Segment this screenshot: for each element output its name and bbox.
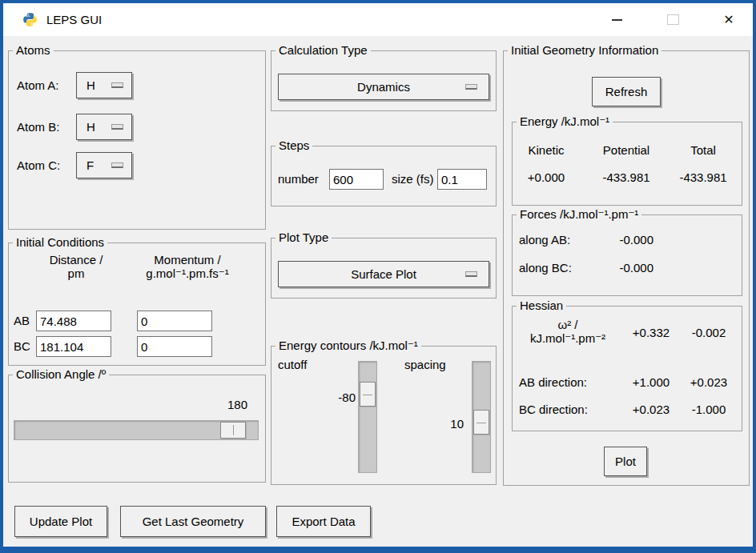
minimize-icon [612, 19, 622, 21]
cutoff-label: cutoff [278, 358, 307, 371]
geometry-info-group-title: Initial Geometry Information [508, 43, 662, 57]
calculation-type-group: Calculation Type Dynamics [271, 50, 497, 111]
initial-conditions-group: Initial Conditions Distance / pm Momentu… [8, 242, 266, 366]
maximize-icon [667, 14, 679, 25]
atom-a-label: Atom A: [17, 72, 59, 98]
cutoff-slider-handle[interactable] [360, 382, 376, 407]
energy-subgroup: Energy /kJ.mol⁻¹ Kinetic Potential Total… [512, 122, 742, 206]
spacing-slider[interactable] [472, 361, 491, 473]
energy-contours-group: Energy contours /kJ.mol⁻¹ cutoff -80 spa… [271, 346, 497, 485]
hessian-bc-label: BC direction: [519, 403, 588, 416]
collision-angle-group-title: Collision Angle /º [13, 367, 109, 381]
energy-header-potential: Potential [586, 143, 666, 157]
forces-subgroup-title: Forces /kJ.mol⁻¹.pm⁻¹ [517, 207, 641, 222]
energy-contours-group-title: Energy contours /kJ.mol⁻¹ [275, 339, 421, 353]
get-last-geometry-button[interactable]: Get Last Geometry [120, 506, 266, 537]
maximize-button[interactable] [655, 3, 690, 36]
refresh-button[interactable]: Refresh [592, 77, 661, 106]
momentum-header: Momentum / g.mol⁻¹.pm.fs⁻¹ [123, 253, 252, 281]
export-data-button[interactable]: Export Data [276, 506, 371, 537]
main-content: Atoms Atom A: H Atom B: H Atom C: F Init… [3, 36, 753, 547]
hessian-omega-value-2: -0.002 [682, 326, 735, 339]
python-icon [22, 12, 38, 27]
calculation-type-value: Dynamics [279, 74, 489, 99]
hessian-ab-value-1: +1.000 [625, 375, 678, 389]
steps-group-title: Steps [275, 138, 312, 152]
hessian-ab-label: AB direction: [519, 375, 587, 389]
steps-number-input[interactable] [329, 169, 384, 190]
atom-c-label: Atom C: [17, 152, 60, 178]
atom-c-dropdown[interactable]: F [76, 152, 132, 178]
atom-b-dropdown[interactable]: H [76, 114, 132, 140]
plot-type-group: Plot Type Surface Plot [271, 238, 497, 299]
row-ab-label: AB [14, 311, 30, 331]
minimize-button[interactable] [599, 3, 634, 36]
plot-button[interactable]: Plot [604, 447, 647, 476]
close-button[interactable]: ✕ [711, 3, 746, 36]
window-title: LEPS GUI [46, 13, 102, 26]
collision-angle-slider[interactable] [14, 420, 259, 440]
distance-header: Distance / pm [23, 253, 129, 280]
atom-b-label: Atom B: [17, 114, 59, 140]
dropdown-indicator-icon [465, 271, 477, 277]
hessian-bc-value-2: -1.000 [682, 403, 735, 416]
spacing-label: spacing [404, 358, 446, 371]
energy-value-kinetic: +0.000 [513, 170, 580, 184]
dropdown-indicator-icon [111, 162, 123, 168]
collision-angle-value: 180 [199, 398, 247, 411]
steps-size-input[interactable] [437, 169, 487, 190]
steps-size-label: size (fs) [392, 169, 434, 190]
steps-group: Steps number size (fs) [271, 146, 497, 206]
hessian-subgroup: Hessian ω² / kJ.mol⁻¹.pm⁻² +0.332 -0.002… [512, 306, 742, 431]
plot-type-group-title: Plot Type [275, 230, 332, 244]
dropdown-indicator-icon [465, 84, 477, 90]
calculation-type-dropdown[interactable]: Dynamics [278, 74, 489, 100]
collision-angle-group: Collision Angle /º 180 [8, 375, 266, 483]
ab-momentum-input[interactable] [137, 311, 212, 331]
dropdown-indicator-icon [111, 124, 123, 130]
forces-subgroup: Forces /kJ.mol⁻¹.pm⁻¹ along AB: -0.000 a… [512, 214, 742, 296]
ab-distance-input[interactable] [36, 311, 111, 331]
energy-value-potential: -433.981 [586, 170, 666, 184]
window: LEPS GUI ✕ Atoms Atom A: H Atom B: H Ato… [0, 0, 756, 553]
atom-a-dropdown[interactable]: H [76, 72, 132, 98]
hessian-subgroup-title: Hessian [517, 299, 566, 312]
energy-value-total: -433.981 [670, 170, 737, 184]
spacing-slider-handle[interactable] [473, 410, 489, 435]
dropdown-indicator-icon [111, 82, 123, 88]
calculation-type-group-title: Calculation Type [275, 43, 371, 57]
bc-distance-input[interactable] [36, 336, 111, 357]
energy-subgroup-title: Energy /kJ.mol⁻¹ [517, 114, 613, 129]
geometry-info-group: Initial Geometry Information Refresh Ene… [503, 50, 750, 486]
initial-conditions-group-title: Initial Conditions [13, 235, 107, 249]
cutoff-slider[interactable] [358, 361, 377, 473]
plot-type-value: Surface Plot [279, 262, 489, 287]
force-ab-value: -0.000 [607, 233, 653, 246]
atoms-group: Atoms Atom A: H Atom B: H Atom C: F [8, 50, 266, 230]
force-ab-label: along AB: [519, 233, 570, 246]
hessian-ab-value-2: +0.023 [682, 375, 735, 389]
titlebar: LEPS GUI ✕ [3, 3, 753, 36]
atoms-group-title: Atoms [13, 43, 54, 57]
force-bc-label: along BC: [519, 261, 572, 274]
hessian-omega-value-1: +0.332 [625, 326, 678, 339]
bc-momentum-input[interactable] [137, 336, 212, 357]
force-bc-value: -0.000 [607, 261, 653, 274]
collision-angle-slider-handle[interactable] [220, 422, 246, 439]
close-icon: ✕ [723, 14, 734, 26]
update-plot-button[interactable]: Update Plot [14, 506, 107, 537]
spacing-value: 10 [428, 417, 464, 431]
steps-number-label: number [278, 169, 319, 190]
energy-header-total: Total [670, 143, 737, 157]
energy-header-kinetic: Kinetic [513, 143, 580, 157]
hessian-bc-value-1: +0.023 [625, 403, 678, 416]
cutoff-value: -80 [320, 391, 356, 404]
plot-type-dropdown[interactable]: Surface Plot [278, 261, 489, 287]
row-bc-label: BC [14, 336, 30, 357]
hessian-omega-label: ω² / kJ.mol⁻¹.pm⁻² [514, 318, 621, 346]
